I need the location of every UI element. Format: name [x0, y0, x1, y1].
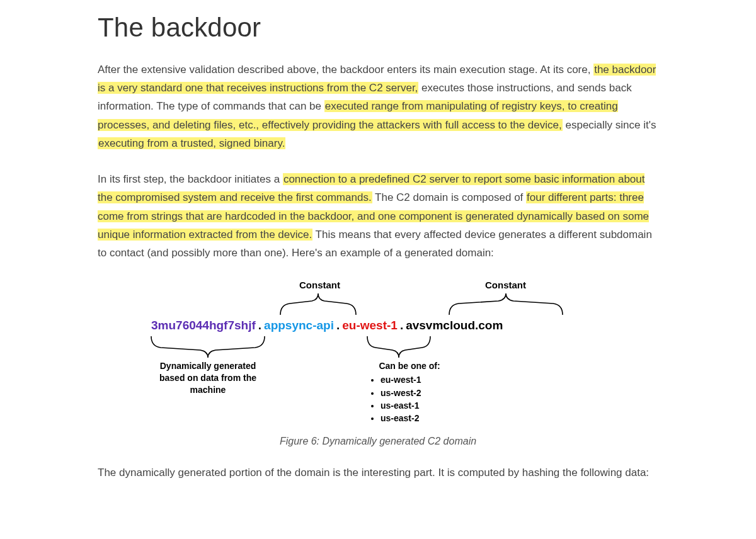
brace-icon [277, 292, 359, 317]
brace-icon [148, 334, 268, 359]
domain-segment-dynamic: 3mu76044hgf7shjf [151, 319, 256, 332]
brace-icon [446, 292, 566, 317]
region-option: us-east-2 [381, 412, 460, 424]
figure-caption: Figure 6: Dynamically generated C2 domai… [98, 436, 658, 447]
constant-label-1: Constant [299, 280, 340, 290]
region-option: eu-west-1 [381, 373, 460, 386]
paragraph-3: The dynamically generated portion of the… [98, 463, 658, 482]
section-heading: The backdoor [98, 13, 658, 43]
constant-label-2: Constant [485, 280, 526, 290]
domain-segment-appsync: appsync-api [264, 319, 334, 332]
document-page: The backdoor After the extensive validat… [0, 0, 756, 525]
p1-text: especially since it's [563, 119, 656, 131]
generated-domain-example: 3mu76044hgf7shjf.appsync-api.eu-west-1.a… [151, 319, 605, 332]
dot-separator: . [334, 319, 342, 332]
p1-highlight-3: executing from a trusted, signed binary. [98, 137, 285, 149]
region-list-heading: Can be one of: [359, 360, 460, 372]
domain-segment-root: avsvmcloud.com [406, 319, 503, 332]
region-option: us-west-2 [381, 387, 460, 399]
dot-separator: . [256, 319, 264, 332]
paragraph-2: In its first step, the backdoor initiate… [98, 170, 658, 262]
region-option: us-east-1 [381, 399, 460, 412]
brace-icon [364, 334, 433, 359]
c2-domain-diagram: Constant Constant 3mu76044hgf7shjf.appsy… [151, 280, 605, 424]
dot-separator: . [398, 319, 406, 332]
region-options-list: Can be one of: eu-west-1 us-west-2 us-ea… [359, 360, 460, 424]
dynamic-segment-caption: Dynamically generated based on data from… [148, 360, 268, 396]
domain-segment-region: eu-west-1 [342, 319, 398, 332]
paragraph-1: After the extensive validation described… [98, 60, 658, 152]
p1-text: After the extensive validation described… [98, 64, 593, 76]
p2-text: The C2 domain is composed of [372, 191, 526, 203]
figure-6: Constant Constant 3mu76044hgf7shjf.appsy… [98, 280, 658, 447]
p2-text: In its first step, the backdoor initiate… [98, 173, 283, 185]
